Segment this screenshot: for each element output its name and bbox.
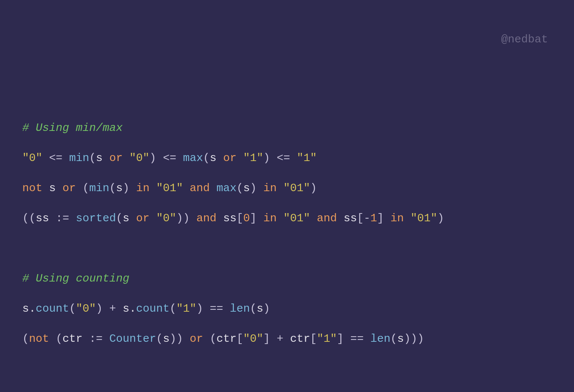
line-4: s.count("0") + s.count("1") == len(s): [22, 301, 552, 317]
comment-2: # Using counting: [22, 271, 552, 286]
line-3: ((ss := sorted(s or "0")) and ss[0] in "…: [22, 211, 552, 226]
line-2: not s or (min(s) in "01" and max(s) in "…: [22, 181, 552, 196]
watermark: @nedbat: [501, 32, 548, 47]
blank-line: [22, 241, 552, 256]
blank-line: [22, 362, 552, 377]
comment-1: # Using min/max: [22, 121, 552, 136]
line-1: "0" <= min(s or "0") <= max(s or "1") <=…: [22, 151, 552, 166]
code-block: # Using min/max "0" <= min(s or "0") <= …: [22, 105, 552, 392]
line-5: (not (ctr := Counter(s)) or (ctr["0"] + …: [22, 331, 552, 347]
